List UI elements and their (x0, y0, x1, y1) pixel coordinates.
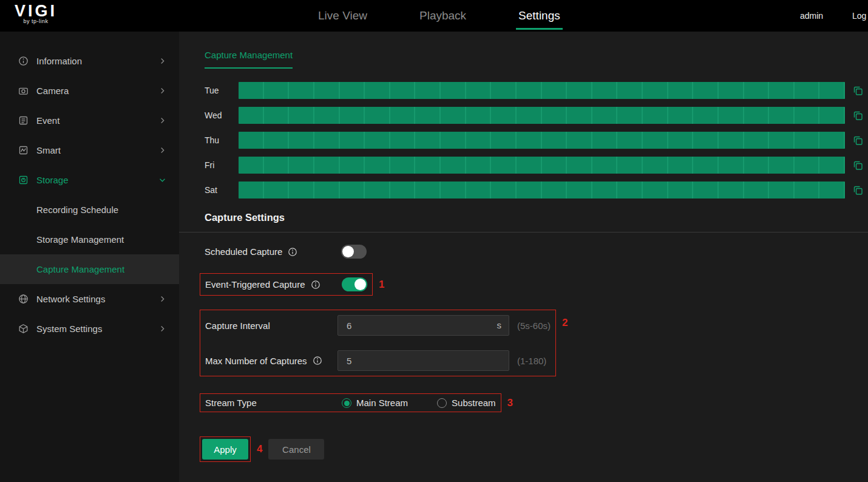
stream-type-label: Stream Type (205, 398, 257, 408)
sidebar-item-label: Information (36, 56, 158, 66)
tab-capture-management[interactable]: Capture Management (205, 50, 293, 69)
info-icon[interactable] (313, 356, 322, 365)
sidebar-subitem-label: Capture Management (36, 264, 124, 274)
chevron-right-icon (158, 324, 167, 333)
schedule-bar-tue[interactable] (239, 82, 845, 99)
sidebar-subitem-storage-management[interactable]: Storage Management (0, 225, 179, 254)
sidebar-item-label: Camera (36, 86, 158, 96)
capture-interval-row: Capture Interval s (5s-60s) (205, 315, 551, 336)
radio-label: Main Stream (356, 398, 408, 408)
copy-icon[interactable] (853, 86, 863, 96)
section-title: Capture Settings (205, 212, 868, 223)
radio-label: Substream (452, 398, 496, 408)
copy-icon[interactable] (853, 160, 863, 171)
sidebar-item-label: Event (36, 115, 158, 126)
sidebar-item-label: System Settings (36, 324, 158, 334)
radio-substream[interactable]: Substream (437, 398, 496, 408)
username[interactable]: admin (800, 11, 823, 21)
chevron-right-icon (158, 56, 167, 66)
sidebar-subitem-label: Recording Schedule (36, 205, 118, 215)
capture-interval-input[interactable] (337, 315, 509, 336)
sidebar-item-label: Network Settings (36, 294, 158, 304)
sidebar-subitem-label: Storage Management (36, 234, 124, 245)
schedule-bar-sat[interactable] (239, 182, 845, 199)
capture-interval-unit: s (497, 320, 502, 330)
sidebar: Information Camera Event (0, 32, 179, 482)
schedule-row: Sat (205, 182, 863, 199)
max-captures-label: Max Number of Captures (205, 356, 307, 366)
sidebar-item-system-settings[interactable]: System Settings (0, 314, 179, 344)
schedule-bar-fri[interactable] (239, 157, 845, 174)
chevron-right-icon (158, 294, 167, 304)
network-icon (18, 294, 29, 304)
event-icon (18, 115, 29, 126)
capture-schedule: Tue Wed Thu Fri (179, 82, 868, 199)
storage-icon (18, 175, 29, 185)
sidebar-item-information[interactable]: Information (0, 46, 179, 76)
radio-unselected-icon[interactable] (437, 398, 447, 408)
schedule-row: Wed (205, 107, 863, 124)
chevron-right-icon (158, 146, 167, 155)
annotation-number-2: 2 (562, 317, 568, 329)
schedule-day-label: Wed (205, 110, 239, 120)
sidebar-item-network-settings[interactable]: Network Settings (0, 284, 179, 314)
sidebar-subitem-capture-management[interactable]: Capture Management (0, 254, 179, 284)
annotation-box-4: Apply (200, 436, 251, 462)
nav-playback[interactable]: Playback (419, 0, 466, 32)
apply-button[interactable]: Apply (202, 439, 248, 460)
annotation-box-2: Capture Interval s (5s-60s) Max Number o… (200, 310, 556, 376)
cancel-button[interactable]: Cancel (268, 439, 324, 460)
chevron-right-icon (158, 86, 167, 95)
copy-icon[interactable] (853, 135, 863, 146)
annotation-number-1: 1 (379, 279, 384, 291)
radio-selected-icon[interactable] (342, 398, 351, 408)
schedule-day-label: Sat (205, 185, 239, 195)
max-captures-row: Max Number of Captures (1-180) (205, 350, 551, 371)
copy-icon[interactable] (853, 110, 863, 121)
radio-main-stream[interactable]: Main Stream (342, 398, 408, 408)
chevron-down-icon (158, 175, 167, 185)
max-captures-input[interactable] (337, 350, 509, 371)
stream-type-options: Main Stream Substream (342, 398, 496, 408)
schedule-bar-thu[interactable] (239, 132, 845, 149)
info-icon[interactable] (288, 247, 297, 257)
capture-interval-hint: (5s-60s) (517, 321, 551, 331)
copy-icon[interactable] (853, 185, 863, 195)
nav-settings[interactable]: Settings (518, 0, 560, 32)
main-content: Capture Management Tue Wed Thu (179, 32, 868, 482)
capture-interval-label: Capture Interval (205, 321, 270, 331)
annotation-number-3: 3 (507, 397, 513, 409)
schedule-row: Tue (205, 82, 863, 99)
schedule-row: Fri (205, 157, 863, 174)
system-icon (18, 324, 29, 334)
sidebar-item-smart[interactable]: Smart (0, 135, 179, 165)
capture-inputs-group: Capture Interval s (5s-60s) Max Number o… (205, 310, 868, 376)
sidebar-item-event[interactable]: Event (0, 106, 179, 135)
schedule-bar-wed[interactable] (239, 107, 845, 124)
sidebar-item-label: Storage (36, 175, 158, 185)
top-bar: VIGI by tp-link Live View Playback Setti… (0, 0, 868, 32)
sidebar-subitem-recording-schedule[interactable]: Recording Schedule (0, 195, 179, 225)
scheduled-capture-row: Scheduled Capture (205, 245, 868, 259)
schedule-day-label: Tue (205, 86, 239, 95)
schedule-day-label: Fri (205, 160, 239, 170)
sidebar-item-storage[interactable]: Storage (0, 165, 179, 195)
logout-link[interactable]: Log (852, 11, 866, 21)
main-nav: Live View Playback Settings (318, 0, 560, 32)
scheduled-capture-toggle[interactable] (341, 245, 367, 259)
event-triggered-label: Event-Triggered Capture (205, 279, 305, 290)
sidebar-item-camera[interactable]: Camera (0, 76, 179, 106)
info-icon[interactable] (311, 280, 320, 290)
toggle-knob (354, 279, 366, 290)
logo-text: VIGI (15, 2, 57, 20)
camera-icon (18, 86, 29, 96)
form-actions: Apply 4 Cancel (205, 436, 868, 462)
event-triggered-toggle[interactable] (342, 277, 367, 291)
info-icon (18, 56, 29, 66)
nav-live-view[interactable]: Live View (318, 0, 367, 32)
sidebar-item-label: Smart (36, 145, 158, 155)
annotation-number-4: 4 (257, 443, 262, 455)
vigi-logo[interactable]: VIGI by tp-link (15, 2, 57, 24)
smart-icon (18, 145, 29, 155)
capture-settings-form: Scheduled Capture Event-Triggered Captur… (205, 245, 868, 462)
